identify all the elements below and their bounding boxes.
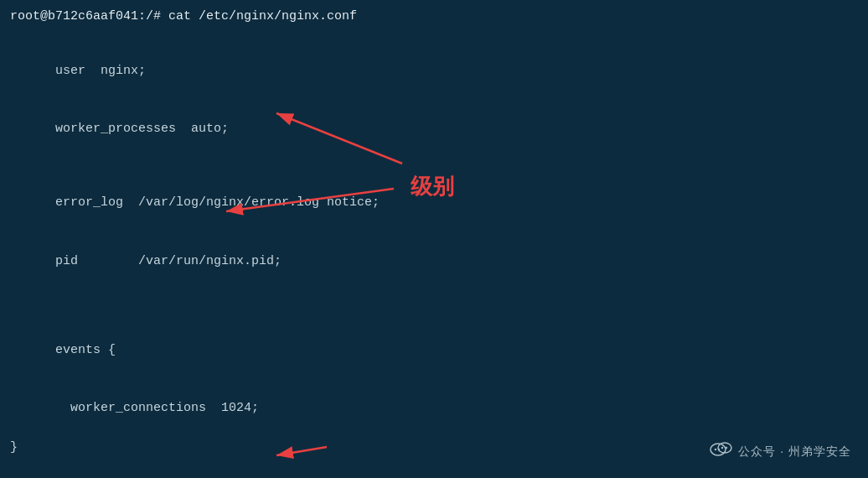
pid-line: pid /var/run/nginx.pid; (10, 232, 858, 291)
svg-point-4 (718, 449, 720, 450)
keyword-events: events (55, 343, 101, 357)
value-auto: auto (191, 122, 221, 136)
terminal-content: root@b712c6aaf041:/# cat /etc/nginx/ngin… (10, 7, 858, 478)
empty-line-4 (10, 305, 858, 320)
keyword-user: user (55, 64, 85, 78)
value-notice: notice (327, 195, 372, 210)
keyword-worker-connections: worker_connections (70, 401, 206, 415)
watermark-text: 公众号 · 州弟学安全 (738, 444, 851, 460)
watermark: 公众号 · 州弟学安全 (710, 440, 851, 463)
worker-processes-line: worker_processes auto; (10, 100, 858, 158)
empty-line-6 (10, 472, 858, 478)
empty-line-1 (10, 26, 858, 41)
user-line: user nginx; (10, 41, 858, 100)
value-nginx: nginx (101, 64, 138, 78)
wechat-icon (710, 440, 733, 463)
svg-point-5 (721, 447, 723, 449)
events-open-line: events { (10, 320, 858, 379)
wechat-svg-icon (710, 440, 733, 459)
empty-line-3 (10, 290, 858, 305)
keyword-error-log: error_log (55, 195, 123, 210)
worker-connections-line: worker_connections 1024; (10, 379, 858, 438)
jibie-label: 级别 (411, 172, 454, 201)
command-line: root@b712c6aaf041:/# cat /etc/nginx/ngin… (10, 7, 858, 26)
svg-point-6 (726, 447, 727, 449)
keyword-worker-processes: worker_processes (55, 122, 176, 136)
terminal-container: root@b712c6aaf041:/# cat /etc/nginx/ngin… (0, 0, 868, 478)
keyword-pid: pid (55, 254, 78, 268)
svg-point-3 (715, 449, 716, 450)
